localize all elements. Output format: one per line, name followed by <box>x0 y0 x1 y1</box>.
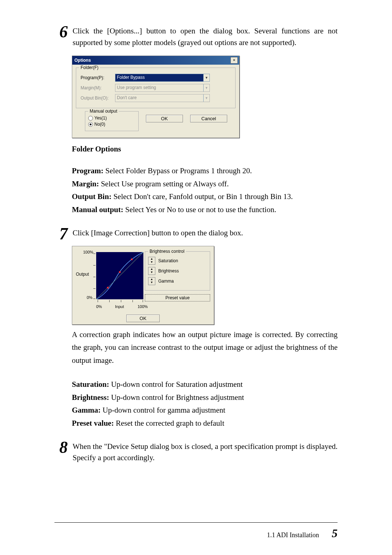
output-term: Output Bin: <box>72 192 111 201</box>
radio-icon <box>88 122 93 127</box>
x-axis-0: 0% <box>96 304 102 309</box>
radio-no[interactable]: No(0) <box>88 122 135 127</box>
gamma-term: Gamma: <box>72 406 101 414</box>
ic-ok-button[interactable]: OK <box>126 315 160 322</box>
radio-yes-label: Yes(1) <box>94 116 107 121</box>
close-icon[interactable]: × <box>230 57 238 64</box>
step-number-7: 7 <box>54 226 73 242</box>
saturation-desc: Up-down control for Saturation adjustmen… <box>109 380 243 389</box>
folder-legend: Folder(F) <box>79 65 100 70</box>
step-7-paragraph: A correction graph indicates how an outp… <box>72 328 338 367</box>
svg-line-0 <box>96 252 143 299</box>
svg-point-2 <box>119 271 121 273</box>
brightness-control-fieldset: Brightness control ▲▼ Saturation ▲▼ Brig… <box>145 251 210 291</box>
folder-options-text: Program: Select Folder Bypass or Program… <box>72 165 338 216</box>
tick-icon <box>143 300 143 302</box>
gamma-desc: Up-down control for gamma adjustment <box>101 406 225 414</box>
margin-combo-value: Use program setting <box>115 84 203 92</box>
graph-plot-area <box>96 252 143 299</box>
step-6-text: Click the [Options...] button to open th… <box>73 25 338 48</box>
saturation-spinner[interactable]: ▲▼ <box>148 257 155 265</box>
program-label: Program(P): <box>81 75 115 80</box>
manual-output-fieldset: Manual output Yes(1) No(0) <box>85 111 139 131</box>
tick-icon <box>121 300 121 302</box>
program-term: Program: <box>72 166 103 175</box>
radio-yes[interactable]: Yes(1) <box>88 116 135 121</box>
saturation-term: Saturation: <box>72 380 109 389</box>
brightness-label: Brightness <box>158 268 179 274</box>
image-correction-dialog: 100% 0% Output 0% Input 100% <box>72 246 214 325</box>
radio-icon <box>88 116 93 121</box>
chevron-down-icon: ▼ <box>203 74 209 81</box>
preset-term: Preset value: <box>72 419 114 428</box>
footer-rule <box>54 522 338 523</box>
saturation-label: Saturation <box>158 258 178 263</box>
step-8-text: When the "Device Setup dialog box is clo… <box>73 441 338 464</box>
radio-no-label: No(0) <box>94 122 105 127</box>
page-footer: 1.1 ADI Installation 5 <box>54 527 338 540</box>
step-8: 8 When the "Device Setup dialog box is c… <box>54 441 338 464</box>
svg-point-1 <box>107 287 109 288</box>
tick-icon <box>109 300 110 302</box>
brightness-spinner[interactable]: ▲▼ <box>148 267 155 275</box>
tick-icon <box>93 288 95 289</box>
gamma-label: Gamma <box>158 279 174 284</box>
tick-icon <box>93 254 95 254</box>
manual-legend: Manual output <box>88 109 119 114</box>
x-axis-100: 100% <box>138 304 148 309</box>
chevron-down-icon: ▼ <box>203 84 209 92</box>
program-combo-value: Folder Bypass <box>115 74 203 81</box>
curve-icon <box>96 252 143 299</box>
program-combo[interactable]: Folder Bypass ▼ <box>115 74 210 82</box>
outputbin-label: Output Bin(O): <box>81 96 115 101</box>
ok-button[interactable]: OK <box>146 115 183 122</box>
outputbin-combo: Don't care ▼ <box>115 94 210 102</box>
step-number-8: 8 <box>54 439 73 456</box>
brightness-desc: Up-down control for Brightness adjustmen… <box>109 393 244 402</box>
outputbin-combo-value: Don't care <box>115 94 203 102</box>
corrections-list: Saturation: Up-down control for Saturati… <box>72 378 338 430</box>
margin-label: Margin(M): <box>81 85 115 90</box>
folder-fieldset: Folder(F) Program(P): Folder Bypass ▼ Ma… <box>76 68 236 108</box>
chevron-down-icon: ▼ <box>203 94 209 102</box>
margin-desc: Select Use program setting or Always off… <box>99 179 229 188</box>
x-axis-label: Input <box>115 304 124 309</box>
options-titlebar: Options × <box>72 56 239 65</box>
correction-graph: 100% 0% Output 0% Input 100% <box>76 250 141 312</box>
preset-value-button[interactable]: Preset value <box>145 294 210 301</box>
program-desc: Select Folder Bypass or Programs 1 throu… <box>103 166 252 175</box>
cancel-button[interactable]: Cancel <box>190 115 227 122</box>
step-7: 7 Click [Image Correction] button to ope… <box>54 227 338 242</box>
y-axis-0: 0% <box>87 295 93 300</box>
folder-options-heading: Folder Options <box>72 145 338 154</box>
options-title: Options <box>74 58 91 63</box>
margin-term: Margin: <box>72 179 99 188</box>
tick-icon <box>132 300 133 302</box>
y-axis-label: Output <box>76 272 89 277</box>
options-dialog: Options × Folder(F) Program(P): Folder B… <box>72 56 240 138</box>
brightness-term: Brightness: <box>72 393 109 402</box>
tick-icon <box>98 300 98 302</box>
page-number: 5 <box>332 527 338 540</box>
step-7-text: Click [Image Correction] button to open … <box>73 227 338 239</box>
tick-icon <box>93 299 95 299</box>
gamma-spinner[interactable]: ▲▼ <box>148 277 155 285</box>
step-number-6: 6 <box>54 24 73 40</box>
manual-term: Manual output: <box>72 205 123 214</box>
tick-icon <box>93 277 95 277</box>
preset-desc: Reset the corrected graph to default <box>114 419 224 428</box>
footer-section: 1.1 ADI Installation <box>267 531 319 539</box>
margin-combo: Use program setting ▼ <box>115 84 210 92</box>
tick-icon <box>93 265 95 266</box>
step-6: 6 Click the [Options...] button to open … <box>54 25 338 48</box>
y-axis-100: 100% <box>83 250 93 254</box>
brightness-control-legend: Brightness control <box>148 249 186 254</box>
manual-desc: Select Yes or No to use or not to use th… <box>123 205 276 214</box>
svg-point-3 <box>131 258 133 260</box>
output-desc: Select Don't care, Fanfold output, or Bi… <box>111 192 293 201</box>
